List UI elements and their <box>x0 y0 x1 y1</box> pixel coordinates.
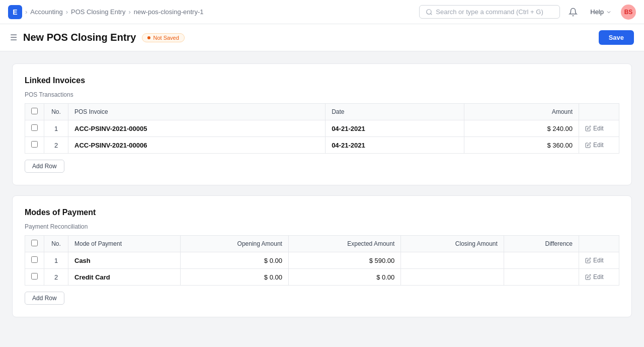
invoice-row-invoice: ACC-PSINV-2021-00005 <box>68 120 326 137</box>
svg-point-0 <box>427 9 431 14</box>
modes-of-payment-card: Modes of Payment Payment Reconciliation … <box>12 195 632 317</box>
payment-row-checkbox-1[interactable] <box>31 256 38 263</box>
col-mop-action <box>579 236 619 252</box>
svg-line-1 <box>431 13 432 15</box>
invoice-row-no: 1 <box>44 120 68 137</box>
payment-row-closing <box>401 269 504 286</box>
payment-edit-button-1[interactable]: Edit <box>585 257 613 264</box>
notifications-button[interactable] <box>565 4 581 20</box>
payment-row-opening: $ 0.00 <box>181 269 289 286</box>
modes-of-payment-title: Modes of Payment <box>25 208 619 217</box>
invoice-row-invoice: ACC-PSINV-2021-00006 <box>68 137 326 154</box>
not-saved-badge: Not Saved <box>142 33 184 42</box>
select-all-payments[interactable] <box>31 240 38 246</box>
bell-icon <box>569 8 578 17</box>
table-row: 2 Credit Card $ 0.00 $ 0.00 Edit <box>25 269 619 286</box>
not-saved-label: Not Saved <box>153 35 179 41</box>
avatar[interactable]: BS <box>621 5 636 20</box>
add-invoice-row-button[interactable]: Add Row <box>25 160 64 173</box>
payment-row-checkbox-cell <box>25 269 44 286</box>
payment-row-expected: $ 590.00 <box>288 252 400 269</box>
payment-row-difference <box>504 269 579 286</box>
breadcrumb-sep-3: › <box>128 8 130 16</box>
payment-row-difference <box>504 252 579 269</box>
col-opening-amount: Opening Amount <box>181 236 289 252</box>
invoice-edit-button-2[interactable]: Edit <box>585 142 613 149</box>
payment-edit-button-2[interactable]: Edit <box>585 273 613 281</box>
page-title: New POS Closing Entry <box>23 32 136 43</box>
payment-row-no: 1 <box>44 252 68 269</box>
top-navigation: E › Accounting › POS Closing Entry › new… <box>0 0 644 24</box>
col-mop-no: No. <box>44 236 68 252</box>
payment-row-action: Edit <box>579 269 619 286</box>
row-checkbox-cell <box>25 137 44 154</box>
invoice-row-checkbox-2[interactable] <box>31 141 38 148</box>
breadcrumb-sep-2: › <box>66 8 68 16</box>
payment-reconciliation-label: Payment Reconciliation <box>25 223 619 230</box>
payment-row-closing <box>401 252 504 269</box>
invoice-row-checkbox-1[interactable] <box>31 124 38 131</box>
table-row: 1 ACC-PSINV-2021-00005 04-21-2021 $ 240.… <box>25 120 619 137</box>
save-button[interactable]: Save <box>599 30 634 45</box>
not-saved-dot <box>147 36 150 39</box>
invoice-row-no: 2 <box>44 137 68 154</box>
pencil-icon <box>585 142 591 148</box>
payment-row-checkbox-2[interactable] <box>31 273 38 280</box>
col-expected-amount: Expected Amount <box>288 236 400 252</box>
linked-invoices-table: No. POS Invoice Date Amount 1 ACC-PSINV-… <box>25 103 619 154</box>
select-all-invoices[interactable] <box>31 108 38 114</box>
help-label: Help <box>590 8 604 16</box>
invoice-row-action: Edit <box>579 137 619 154</box>
page-header: ☰ New POS Closing Entry Not Saved Save <box>0 24 644 51</box>
payment-row-action: Edit <box>579 252 619 269</box>
search-bar[interactable]: Search or type a command (Ctrl + G) <box>419 5 560 19</box>
payment-row-no: 2 <box>44 269 68 286</box>
invoice-row-action: Edit <box>579 120 619 137</box>
help-button[interactable]: Help <box>586 6 616 18</box>
breadcrumb-current: new-pos-closing-entry-1 <box>134 8 204 16</box>
col-mode-of-payment: Mode of Payment <box>68 236 181 252</box>
payment-row-expected: $ 0.00 <box>288 269 400 286</box>
payment-row-mode: Credit Card <box>68 269 181 286</box>
invoice-row-date: 04-21-2021 <box>326 137 464 154</box>
table-row: 1 Cash $ 0.00 $ 590.00 Edit <box>25 252 619 269</box>
invoice-edit-button-1[interactable]: Edit <box>585 125 613 132</box>
main-content: Linked Invoices POS Transactions No. POS… <box>0 51 644 339</box>
table-row: 2 ACC-PSINV-2021-00006 04-21-2021 $ 360.… <box>25 137 619 154</box>
search-icon <box>426 9 433 16</box>
invoice-row-amount: $ 240.00 <box>464 120 579 137</box>
invoice-row-date: 04-21-2021 <box>326 120 464 137</box>
col-closing-amount: Closing Amount <box>401 236 504 252</box>
add-payment-row-button[interactable]: Add Row <box>25 292 64 305</box>
col-no: No. <box>44 104 68 120</box>
payment-row-checkbox-cell <box>25 252 44 269</box>
col-date: Date <box>326 104 464 120</box>
breadcrumb-pos-closing-entry[interactable]: POS Closing Entry <box>71 8 125 16</box>
modes-of-payment-table: No. Mode of Payment Opening Amount Expec… <box>25 235 619 286</box>
col-pos-invoice: POS Invoice <box>68 104 326 120</box>
pos-transactions-label: POS Transactions <box>25 91 619 98</box>
col-amount: Amount <box>464 104 579 120</box>
linked-invoices-card: Linked Invoices POS Transactions No. POS… <box>12 63 632 185</box>
chevron-down-icon <box>606 9 612 15</box>
breadcrumb-accounting[interactable]: Accounting <box>30 8 62 16</box>
row-checkbox-cell <box>25 120 44 137</box>
invoice-row-amount: $ 360.00 <box>464 137 579 154</box>
pencil-icon <box>585 257 591 263</box>
app-icon[interactable]: E <box>8 5 22 19</box>
menu-icon[interactable]: ☰ <box>10 33 17 42</box>
payment-row-mode: Cash <box>68 252 181 269</box>
col-action <box>579 104 619 120</box>
pencil-icon <box>585 125 591 131</box>
linked-invoices-title: Linked Invoices <box>25 76 619 85</box>
breadcrumb-sep-1: › <box>25 8 27 16</box>
col-difference: Difference <box>504 236 579 252</box>
payment-row-opening: $ 0.00 <box>181 252 289 269</box>
col-select-all <box>25 104 44 120</box>
pencil-icon <box>585 274 591 280</box>
search-placeholder: Search or type a command (Ctrl + G) <box>436 8 543 16</box>
col-select-all-payments <box>25 236 44 252</box>
